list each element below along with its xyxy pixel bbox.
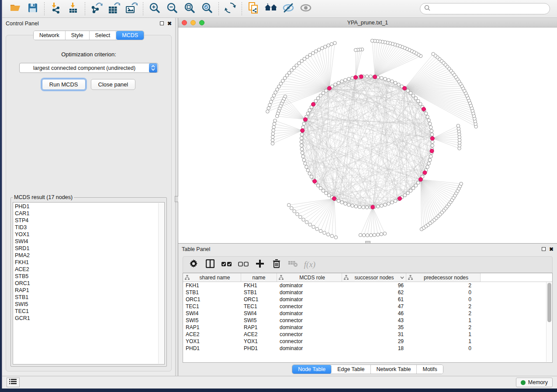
- tab-network-table[interactable]: Network Table: [371, 365, 417, 374]
- table-cell-filler: [474, 324, 546, 331]
- desktop-background: Control Panel ✖ Network Style Select MCD…: [0, 0, 557, 392]
- table-row[interactable]: SWI4SWI4dominator462: [183, 310, 546, 317]
- result-list-item[interactable]: PMA2: [15, 252, 158, 259]
- memory-button[interactable]: Memory: [516, 378, 553, 387]
- status-bar: Memory: [2, 376, 557, 389]
- float-panel-icon[interactable]: [160, 21, 164, 25]
- table-row[interactable]: STB1STB1dominator620: [183, 289, 546, 296]
- result-list-item[interactable]: STB5: [15, 273, 158, 280]
- tab-node-table[interactable]: Node Table: [292, 365, 332, 374]
- result-list-scrollbar[interactable]: [158, 203, 164, 364]
- select-all-button[interactable]: [221, 258, 233, 271]
- table-row[interactable]: PHD1PHD1dominator180: [183, 345, 546, 352]
- table-cell: 47: [342, 303, 406, 310]
- export-image-button[interactable]: [123, 1, 140, 16]
- zoom-out-button[interactable]: [163, 1, 181, 16]
- result-list-item[interactable]: STB1: [15, 294, 158, 301]
- toolbar-separator: [143, 2, 143, 15]
- zoom-in-button[interactable]: [146, 1, 163, 16]
- tab-select[interactable]: Select: [90, 31, 117, 40]
- table-cell: TEC1: [241, 303, 277, 310]
- column-header-MCDS-role[interactable]: MCDS role: [277, 273, 342, 282]
- result-list-item[interactable]: TID3: [15, 224, 158, 231]
- table-options-button[interactable]: [187, 258, 200, 271]
- result-list-item[interactable]: YOX1: [15, 231, 158, 238]
- result-list-item[interactable]: RAP1: [15, 287, 158, 294]
- open-session-button[interactable]: [7, 1, 24, 16]
- home-button[interactable]: [262, 1, 280, 16]
- show-all-button[interactable]: [297, 1, 315, 16]
- result-list-item[interactable]: SWI5: [15, 301, 158, 308]
- result-list-item[interactable]: ACE2: [15, 266, 158, 273]
- result-list-item[interactable]: GCR1: [15, 315, 158, 322]
- export-network-button[interactable]: [88, 1, 105, 16]
- add-column-button[interactable]: [254, 258, 266, 271]
- run-mcds-button[interactable]: Run MCDS: [42, 79, 86, 90]
- refresh-button[interactable]: [221, 1, 239, 16]
- zoom-selected-button[interactable]: [198, 1, 216, 16]
- tab-mcds[interactable]: MCDS: [116, 31, 144, 40]
- table-toolbar: f(x): [183, 256, 553, 273]
- save-session-button[interactable]: [24, 1, 42, 16]
- vertical-splitter[interactable]: [175, 18, 178, 376]
- column-header-shared-name[interactable]: shared name: [183, 273, 241, 282]
- export-network-icon: [90, 2, 103, 15]
- function-builder-button[interactable]: f(x): [304, 258, 316, 271]
- result-list-item[interactable]: SRD1: [15, 245, 158, 252]
- import-table-button[interactable]: [65, 1, 82, 16]
- close-table-panel-icon[interactable]: ✖: [549, 247, 554, 252]
- tab-motifs[interactable]: Motifs: [417, 365, 443, 374]
- result-list-item[interactable]: PHD1: [15, 203, 158, 210]
- table-row[interactable]: ACE2ACE2connector311: [183, 331, 546, 338]
- result-list-item[interactable]: TEC1: [15, 308, 158, 315]
- eye-slash-icon: [282, 3, 294, 15]
- network-graph[interactable]: [178, 28, 557, 243]
- result-list-item[interactable]: FKH1: [15, 259, 158, 266]
- result-list-item[interactable]: ORC1: [15, 280, 158, 287]
- show-columns-button[interactable]: [204, 258, 216, 271]
- tab-style[interactable]: Style: [66, 31, 90, 40]
- table-row[interactable]: FKH1FKH1dominator962: [183, 282, 546, 289]
- export-table-button[interactable]: [105, 1, 123, 16]
- table-row[interactable]: SWI5SWI5connector431: [183, 317, 546, 324]
- result-list-item[interactable]: STP4: [15, 217, 158, 224]
- criterion-dropdown[interactable]: largest connected component (undirected): [19, 63, 158, 73]
- result-list-item[interactable]: SWI4: [15, 238, 158, 245]
- table-row[interactable]: RAP1RAP1dominator352: [183, 324, 546, 331]
- close-panel-icon[interactable]: ✖: [167, 21, 172, 26]
- search-icon: [424, 5, 430, 13]
- table-header-filler: [481, 273, 552, 282]
- deselect-all-button[interactable]: [237, 258, 249, 271]
- table-row[interactable]: YOX1YOX1connector291: [183, 338, 546, 345]
- float-table-panel-icon[interactable]: [542, 247, 546, 251]
- hide-selected-button[interactable]: [280, 1, 297, 16]
- delete-table-button[interactable]: [287, 258, 299, 271]
- delete-column-button[interactable]: [270, 258, 283, 271]
- column-header-name[interactable]: name: [241, 273, 277, 282]
- column-header-successor-nodes[interactable]: successor nodes: [342, 273, 406, 282]
- table-cell: 1: [406, 331, 474, 338]
- table-cell: 61: [342, 296, 406, 303]
- export-image-icon: [125, 2, 138, 15]
- search-input[interactable]: [433, 6, 546, 12]
- table-row[interactable]: TEC1TEC1connector472: [183, 303, 546, 310]
- network-canvas[interactable]: [178, 28, 557, 243]
- close-panel-button[interactable]: Close panel: [91, 79, 136, 90]
- tab-network[interactable]: Network: [34, 31, 66, 40]
- table-cell: TEC1: [183, 303, 241, 310]
- result-list-item[interactable]: CAR1: [15, 210, 158, 217]
- table-row[interactable]: ORC1ORC1dominator610: [183, 296, 546, 303]
- zoom-fit-button[interactable]: [181, 1, 198, 16]
- horizontal-splitter-handle[interactable]: [365, 241, 370, 243]
- network-titlebar[interactable]: YPA_prune.txt_1: [178, 18, 557, 28]
- import-network-button[interactable]: [47, 1, 65, 16]
- column-header-predecessor-nodes[interactable]: predecessor nodes: [406, 273, 481, 282]
- table-cell: PHD1: [241, 345, 277, 352]
- table-scrollbar[interactable]: [546, 282, 552, 362]
- tab-edge-table[interactable]: Edge Table: [332, 365, 370, 374]
- task-history-button[interactable]: [7, 378, 20, 387]
- columns-icon: [206, 259, 214, 270]
- table-scrollbar-thumb[interactable]: [547, 283, 551, 322]
- table-cell-filler: [474, 282, 546, 289]
- duplicate-network-button[interactable]: [245, 1, 262, 16]
